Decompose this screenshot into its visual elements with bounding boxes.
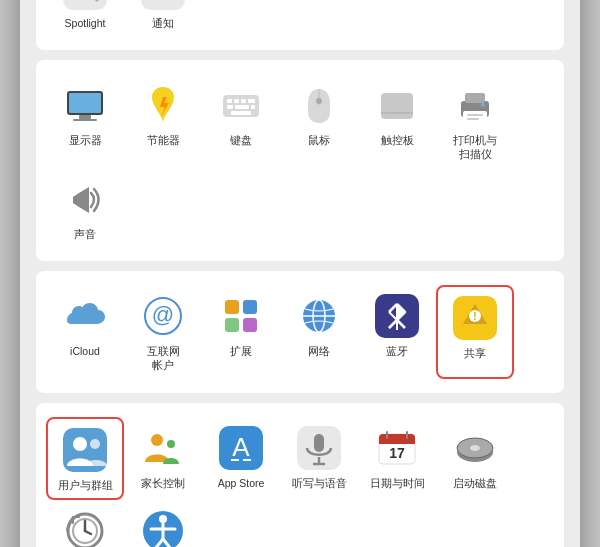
hardware-section: 显示器 节能器: [36, 60, 564, 261]
display-icon: [60, 80, 110, 130]
datetime-icon: 17: [372, 423, 422, 473]
energy-label: 节能器: [147, 134, 180, 148]
svg-point-76: [151, 434, 163, 446]
startup-label: 启动磁盘: [453, 477, 497, 491]
extensions-label: 扩展: [230, 345, 252, 359]
svg-line-99: [85, 531, 91, 534]
svg-rect-44: [227, 105, 233, 109]
network-label: 网络: [308, 345, 330, 359]
bluetooth-label: 蓝牙: [386, 345, 408, 359]
svg-point-57: [481, 103, 485, 107]
mouse-item[interactable]: 鼠标: [280, 74, 358, 167]
appstore-icon: A: [216, 423, 266, 473]
dictation-icon: [294, 423, 344, 473]
notification-label: 通知: [152, 17, 174, 31]
svg-rect-30: [141, 0, 185, 10]
content-area: 通用 桌面与屏幕保护程序: [20, 0, 580, 547]
svg-rect-60: [225, 300, 239, 314]
users-icon: [60, 425, 110, 475]
svg-rect-40: [227, 99, 232, 103]
icloud-item[interactable]: iCloud: [46, 285, 124, 378]
svg-rect-88: [379, 440, 415, 444]
network-icon: [294, 291, 344, 341]
printer-item[interactable]: 打印机与扫描仪: [436, 74, 514, 167]
svg-rect-36: [69, 93, 101, 113]
internet-grid: iCloud @ 互联网帐户: [46, 285, 554, 378]
svg-rect-56: [467, 118, 479, 120]
svg-rect-61: [243, 300, 257, 314]
keyboard-label: 键盘: [230, 134, 252, 148]
accessibility-item[interactable]: 辅助功能: [124, 500, 202, 547]
printer-label: 打印机与扫描仪: [453, 134, 497, 161]
system-section: 用户与群组 家长控制: [36, 403, 564, 547]
printer-icon: [450, 80, 500, 130]
sharing-label: 共享: [464, 347, 486, 361]
parental-item[interactable]: 家长控制: [124, 417, 202, 501]
spotlight-item[interactable]: Spotlight: [46, 0, 124, 36]
spotlight-icon: [60, 0, 110, 13]
internet-section: iCloud @ 互联网帐户: [36, 271, 564, 392]
keyboard-icon: [216, 80, 266, 130]
accessibility-icon: [138, 506, 188, 547]
svg-text:17: 17: [389, 445, 405, 461]
keyboard-item[interactable]: 键盘: [202, 74, 280, 167]
svg-text:!: !: [473, 311, 476, 322]
sound-icon: [60, 174, 110, 224]
svg-rect-83: [314, 434, 324, 452]
appstore-item[interactable]: A App Store: [202, 417, 280, 501]
energy-icon: [138, 80, 188, 130]
datetime-item[interactable]: 17 日期与时间: [358, 417, 436, 501]
users-item[interactable]: 用户与群组: [46, 417, 124, 501]
svg-rect-62: [225, 318, 239, 332]
trackpad-icon: [372, 80, 422, 130]
system-grid: 用户与群组 家长控制: [46, 417, 554, 547]
display-label: 显示器: [69, 134, 102, 148]
hardware-grid: 显示器 节能器: [46, 74, 554, 247]
svg-rect-43: [248, 99, 255, 103]
svg-rect-46: [251, 105, 255, 109]
dictation-label: 听写与语音: [292, 477, 347, 491]
personal-section: 通用 桌面与屏幕保护程序: [36, 0, 564, 50]
mouse-icon: [294, 80, 344, 130]
svg-point-77: [167, 440, 175, 448]
spotlight-label: Spotlight: [65, 17, 106, 31]
svg-point-95: [470, 445, 480, 451]
main-window: ‹ › ⊞ 系统偏好设置 🔍: [20, 0, 580, 547]
internet-accounts-label: 互联网帐户: [147, 345, 180, 372]
svg-rect-53: [465, 93, 485, 103]
display-item[interactable]: 显示器: [46, 74, 124, 167]
network-item[interactable]: 网络: [280, 285, 358, 378]
svg-rect-47: [231, 111, 251, 115]
svg-rect-63: [243, 318, 257, 332]
parental-label: 家长控制: [141, 477, 185, 491]
timemachine-item[interactable]: Time Machine: [46, 500, 124, 547]
bluetooth-item[interactable]: 蓝牙: [358, 285, 436, 378]
icloud-label: iCloud: [70, 345, 100, 359]
datetime-label: 日期与时间: [370, 477, 425, 491]
sharing-icon: !: [450, 293, 500, 343]
svg-text:@: @: [152, 302, 174, 327]
startup-icon: [450, 423, 500, 473]
svg-rect-42: [241, 99, 246, 103]
sound-item[interactable]: 声音: [46, 168, 124, 248]
svg-rect-50: [381, 93, 413, 119]
extensions-item[interactable]: 扩展: [202, 285, 280, 378]
energy-item[interactable]: 节能器: [124, 74, 202, 167]
internet-accounts-item[interactable]: @ 互联网帐户: [124, 285, 202, 378]
svg-point-75: [90, 439, 100, 449]
svg-rect-54: [463, 111, 487, 123]
sharing-item[interactable]: ! 共享: [436, 285, 514, 378]
startup-item[interactable]: 启动磁盘: [436, 417, 514, 501]
svg-text:A: A: [232, 432, 250, 462]
trackpad-item[interactable]: 触控板: [358, 74, 436, 167]
mouse-label: 鼠标: [308, 134, 330, 148]
users-label: 用户与群组: [58, 479, 113, 493]
notification-item[interactable]: ! 通知: [124, 0, 202, 36]
icloud-icon: [60, 291, 110, 341]
svg-rect-38: [73, 119, 97, 121]
notification-icon: !: [138, 0, 188, 13]
extensions-icon: [216, 291, 266, 341]
bluetooth-icon: [372, 291, 422, 341]
dictation-item[interactable]: 听写与语音: [280, 417, 358, 501]
personal-grid: 通用 桌面与屏幕保护程序: [46, 0, 554, 36]
